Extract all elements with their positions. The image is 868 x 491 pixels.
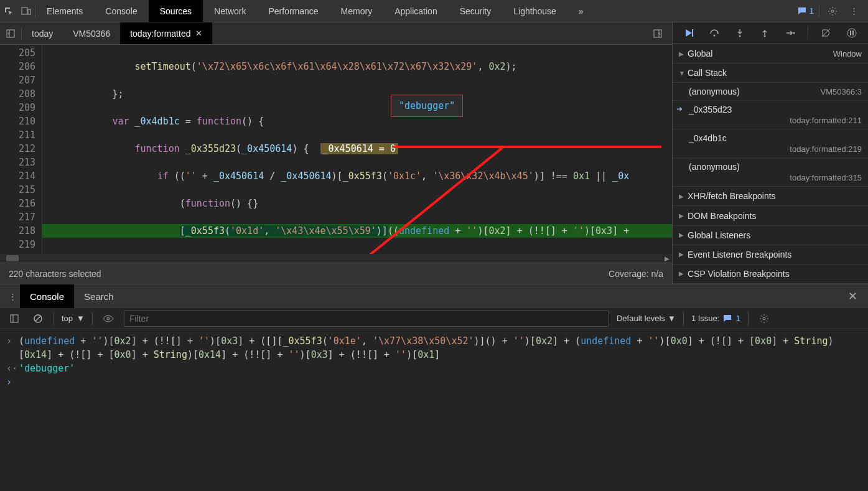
- debugger-sidebar: ▶ Global Window ▼ Call Stack (anonymous)…: [673, 22, 868, 284]
- chevron-right-icon: ▶: [679, 231, 688, 238]
- live-expression-icon[interactable]: [100, 311, 116, 327]
- issues-badge[interactable]: 1 Issue: 1: [691, 314, 740, 323]
- tab-memory[interactable]: Memory: [330, 0, 384, 22]
- code-editor[interactable]: 2052062072082092102112122132142152162172…: [0, 45, 672, 254]
- top-right-controls: 1 ⋮: [797, 3, 868, 19]
- svg-rect-1: [28, 9, 30, 14]
- frame-fn: _0x355d23: [689, 105, 862, 115]
- call-stack-frame[interactable]: _0x4db1c today:formatted:219: [673, 129, 868, 158]
- divider: [808, 27, 808, 39]
- call-stack-frame[interactable]: (anonymous) today:formatted:315: [673, 158, 868, 187]
- section-label: CSP Violation Breakpoints: [688, 269, 790, 279]
- device-toggle-icon[interactable]: [17, 2, 35, 20]
- tab-console[interactable]: Console: [94, 0, 148, 22]
- issues-label: 1 Issue:: [691, 314, 720, 323]
- frame-fn: (anonymous): [689, 87, 740, 96]
- chevron-right-icon: ▶: [679, 193, 688, 200]
- pause-exceptions-icon[interactable]: [844, 26, 859, 40]
- step-over-icon[interactable]: [707, 26, 722, 40]
- main-row: today VM50366 today:formatted ✕ 20520620…: [0, 22, 868, 284]
- scope-label: Global: [688, 49, 712, 58]
- console-output-row: ‹· 'debugger': [6, 362, 862, 375]
- tab-lighthouse[interactable]: Lighthouse: [502, 0, 567, 22]
- resume-icon[interactable]: [681, 26, 696, 40]
- svg-point-9: [764, 35, 766, 37]
- settings-icon[interactable]: [824, 3, 841, 19]
- scroll-right-icon[interactable]: ▶: [665, 255, 670, 262]
- svg-rect-3: [7, 30, 14, 37]
- call-stack-frame[interactable]: (anonymous) VM50366:3: [673, 83, 868, 101]
- svg-rect-13: [850, 30, 851, 35]
- file-tab-vm[interactable]: VM50366: [63, 22, 120, 44]
- divider: [819, 5, 819, 17]
- divider: [54, 312, 54, 325]
- file-tab-formatted[interactable]: today:formatted ✕: [120, 22, 212, 44]
- drawer-tab-search[interactable]: Search: [74, 284, 124, 308]
- file-tabs: today VM50366 today:formatted ✕: [0, 22, 672, 45]
- chevron-right-icon: ▶: [679, 212, 688, 219]
- console-filter-input[interactable]: [124, 311, 609, 327]
- devtools-top-bar: Elements Console Sources Network Perform…: [0, 0, 868, 22]
- call-stack-frame[interactable]: _0x355d23 today:formatted:211: [673, 101, 868, 129]
- scope-global-row[interactable]: ▶ Global Window: [673, 44, 868, 63]
- context-selector[interactable]: top ▼: [62, 314, 85, 323]
- prompt-chevron-icon: ›: [6, 375, 14, 389]
- tab-performance[interactable]: Performance: [257, 0, 329, 22]
- navigator-toggle-icon[interactable]: [0, 26, 21, 42]
- feedback-badge[interactable]: 1: [797, 6, 814, 16]
- divider: [748, 312, 749, 325]
- console-prompt-row[interactable]: ›: [6, 375, 862, 389]
- section-label: DOM Breakpoints: [688, 211, 756, 221]
- tab-elements[interactable]: Elements: [35, 0, 94, 22]
- svg-point-12: [847, 29, 856, 37]
- step-into-icon[interactable]: [732, 26, 747, 40]
- file-tab-today[interactable]: today: [22, 22, 63, 44]
- tab-application[interactable]: Application: [383, 0, 449, 22]
- frame-loc: today:formatted:219: [689, 144, 862, 154]
- chevron-down-icon: ▼: [77, 314, 85, 323]
- line-gutter: 2052062072082092102112122132142152162172…: [0, 45, 42, 254]
- global-listeners-header[interactable]: ▶Global Listeners: [673, 226, 868, 245]
- coverage-status: Coverage: n/a: [609, 269, 663, 279]
- xhr-breakpoints-header[interactable]: ▶XHR/fetch Breakpoints: [673, 187, 868, 206]
- step-icon[interactable]: [783, 26, 798, 40]
- chevron-down-icon: ▼: [679, 70, 688, 77]
- close-drawer-icon[interactable]: ✕: [844, 288, 861, 304]
- step-out-icon[interactable]: [757, 26, 772, 40]
- console-settings-icon[interactable]: [756, 311, 772, 327]
- feedback-count: 1: [810, 6, 814, 16]
- tab-security[interactable]: Security: [449, 0, 503, 22]
- log-levels-dropdown[interactable]: Default levels ▼: [617, 314, 676, 323]
- clear-console-icon[interactable]: [30, 311, 46, 327]
- tab-network[interactable]: Network: [203, 0, 257, 22]
- chevron-right-icon: ▶: [679, 270, 688, 277]
- drawer-tab-console[interactable]: Console: [20, 284, 74, 308]
- svg-rect-4: [654, 30, 661, 37]
- svg-line-17: [35, 316, 40, 321]
- scrollbar-thumb[interactable]: [6, 255, 19, 261]
- tab-sources[interactable]: Sources: [149, 0, 203, 22]
- issues-count: 1: [735, 314, 740, 323]
- annotation-underline: [394, 146, 661, 148]
- frame-loc: today:formatted:211: [689, 116, 862, 125]
- console-sidebar-toggle-icon[interactable]: [6, 311, 22, 327]
- value-tooltip: "debugger": [391, 95, 463, 117]
- file-overflow-icon[interactable]: [650, 26, 666, 42]
- selection-status: 220 characters selected: [9, 269, 609, 279]
- source-panel: today VM50366 today:formatted ✕ 20520620…: [0, 22, 673, 284]
- csp-breakpoints-header[interactable]: ▶CSP Violation Breakpoints: [673, 264, 868, 284]
- inspect-icon[interactable]: [0, 2, 17, 20]
- editor-status-bar: 220 characters selected Coverage: n/a: [0, 263, 672, 284]
- dom-breakpoints-header[interactable]: ▶DOM Breakpoints: [673, 206, 868, 225]
- close-icon[interactable]: ✕: [195, 29, 202, 38]
- deactivate-breakpoints-icon[interactable]: [819, 26, 834, 40]
- drawer-kebab-icon[interactable]: ⋮: [5, 288, 20, 304]
- call-stack-header[interactable]: ▼ Call Stack: [673, 63, 868, 83]
- horizontal-scrollbar[interactable]: ▶: [0, 254, 672, 263]
- code-lines: setTimeout('\x72\x65\x6c\x6f\x61\x64\x28…: [42, 45, 672, 254]
- svg-rect-0: [22, 7, 27, 14]
- event-breakpoints-header[interactable]: ▶Event Listener Breakpoints: [673, 245, 868, 264]
- svg-point-2: [831, 10, 834, 12]
- kebab-menu-icon[interactable]: ⋮: [846, 3, 862, 19]
- tab-more[interactable]: »: [567, 0, 595, 22]
